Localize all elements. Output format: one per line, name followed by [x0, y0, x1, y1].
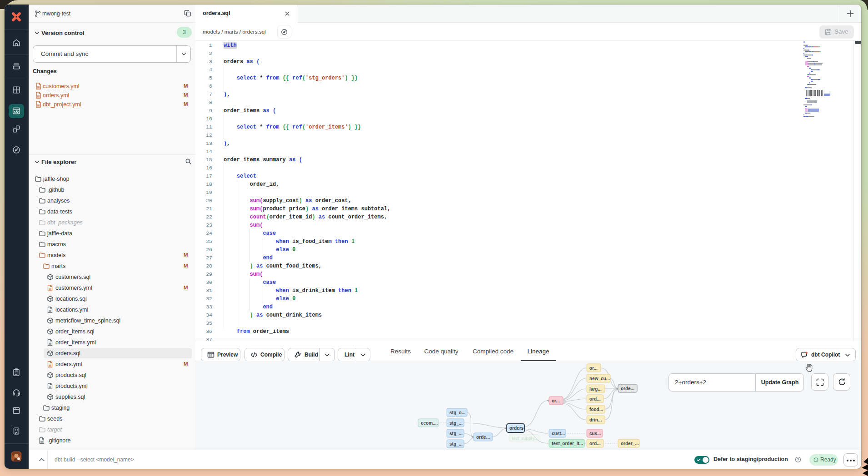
svg-text:ord...: ord...	[589, 397, 601, 402]
svg-text:or...: or...	[589, 366, 598, 371]
svg-text:ord...: ord...	[589, 441, 601, 446]
svg-text:orde...: orde...	[621, 386, 634, 391]
svg-text:ecom....: ecom....	[421, 421, 438, 426]
svg-text:stg_...: stg_...	[449, 421, 463, 426]
svg-text:larg...: larg...	[589, 387, 602, 392]
svg-text:cust...: cust...	[552, 431, 565, 436]
svg-text:stg_o...: stg_o...	[449, 410, 465, 415]
svg-text:drin...: drin...	[589, 417, 602, 422]
svg-text:stg_...: stg_...	[449, 431, 463, 436]
svg-text:order_...: order_...	[621, 441, 639, 446]
svg-text:stg_...: stg_...	[449, 441, 463, 446]
svg-text:new_cu...: new_cu...	[589, 376, 610, 381]
svg-text:cus...: cus...	[589, 431, 601, 436]
svg-text:orde...: orde...	[476, 435, 490, 440]
svg-text:orders: orders	[509, 426, 524, 431]
svg-text:test_supply...: test_supply...	[512, 436, 538, 441]
svg-text:or...: or...	[552, 398, 560, 403]
svg-text:food...: food...	[589, 407, 603, 412]
svg-text:test_order_it...: test_order_it...	[552, 441, 583, 446]
